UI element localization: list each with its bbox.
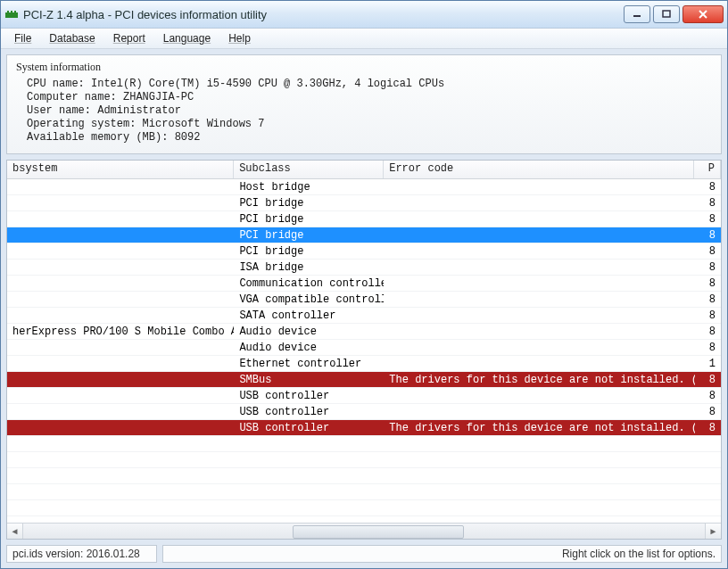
cell-error [384,251,695,252]
cell-p: 8 [695,212,721,227]
table-row[interactable]: SMBusThe drivers for this device are not… [7,372,721,388]
table-row[interactable]: Audio device8 [7,340,721,356]
table-row[interactable] [7,452,721,468]
cell-subclass: VGA compatible controller [234,293,384,307]
table-row[interactable]: PCI bridge8 [7,227,721,243]
table-row[interactable] [7,468,721,484]
cell-error [384,283,695,284]
table-row[interactable]: Host bridge8 [7,179,721,195]
cell-subclass: PCI bridge [234,228,384,243]
cell-subsystem [7,267,234,268]
table-row[interactable]: USB controller8 [7,404,721,420]
cell-subsystem [7,475,234,477]
table-body[interactable]: Host bridge8PCI bridge8PCI bridge8PCI br… [7,179,721,523]
cell-error [384,202,695,204]
cell-p: 8 [695,341,721,355]
cell-p: 8 [695,180,721,194]
cell-subclass [234,459,384,461]
cell-error [384,491,695,493]
scroll-left-icon[interactable]: ◄ [7,524,23,539]
cell-subsystem [7,379,234,381]
table-row[interactable]: USB controller8 [7,388,721,404]
col-error[interactable]: Error code [384,161,694,178]
cell-error [384,235,695,236]
cell-error [384,475,695,477]
sysinfo-mem: Available memory (MB): 8092 [16,131,712,144]
statusbar: pci.ids version: 2016.01.28 Right click … [6,545,722,563]
cell-subclass: PCI bridge [234,244,384,259]
cell-subsystem [7,235,234,236]
cell-subsystem [7,347,234,349]
close-button[interactable] [682,5,724,23]
table-row[interactable]: Communication controller8 [7,276,721,292]
cell-subclass: USB controller [234,405,384,419]
menu-report[interactable]: Report [105,30,153,46]
sysinfo-user: User name: Administrator [16,104,712,118]
table-row[interactable]: PCI bridge8 [7,195,721,211]
cell-subsystem [7,427,234,429]
cell-subsystem [7,395,234,397]
svg-rect-5 [663,11,670,17]
scroll-thumb[interactable] [293,525,464,539]
table-row[interactable]: Ethernet controller1 [7,356,721,372]
menu-database[interactable]: Database [41,30,103,46]
cell-p [695,507,721,509]
system-information-panel: System information CPU name: Intel(R) Co… [6,54,722,154]
cell-p [695,459,721,461]
svg-rect-3 [14,11,16,12]
cell-subclass: SMBus [234,373,384,387]
table-row[interactable]: USB controllerThe drivers for this devic… [7,420,721,436]
device-table[interactable]: bsystem Subclass Error code P Host bridg… [6,160,722,540]
cell-p: 8 [695,196,721,210]
cell-subclass: USB controller [234,389,384,403]
cell-subclass [234,491,384,493]
cell-error [384,459,695,461]
menu-language[interactable]: Language [155,30,219,46]
sysinfo-os: Operating system: Microsoft Windows 7 [16,118,712,131]
maximize-button[interactable] [653,5,680,23]
table-header[interactable]: bsystem Subclass Error code P [7,161,721,179]
cell-subclass: ISA bridge [234,260,384,275]
cell-error: The drivers for this device are not inst… [384,373,695,387]
table-row[interactable]: PCI bridge8 [7,211,721,227]
status-pciids: pci.ids version: 2016.01.28 [6,545,157,563]
client-area: System information CPU name: Intel(R) Co… [6,54,722,540]
col-subsystem[interactable]: bsystem [7,161,234,178]
table-row[interactable] [7,516,721,523]
table-row[interactable]: herExpress PRO/100 S Mobile Combo Adapte… [7,324,721,340]
table-row[interactable] [7,436,721,452]
cell-subclass: PCI bridge [234,196,384,210]
horizontal-scrollbar[interactable]: ◄ ► [7,523,721,539]
cell-error [384,267,695,268]
cell-p: 8 [695,260,721,275]
cell-error [384,363,695,365]
col-subclass[interactable]: Subclass [234,161,384,178]
cell-p: 8 [695,293,721,307]
cell-subclass: PCI bridge [234,212,384,227]
sysinfo-cpu: CPU name: Intel(R) Core(TM) i5-4590 CPU … [16,78,712,91]
table-row[interactable] [7,484,721,500]
cell-p [695,443,721,445]
cell-subsystem [7,411,234,413]
cell-subsystem [7,507,234,509]
titlebar[interactable]: PCI-Z 1.4 alpha - PCI devices informatio… [1,1,727,29]
sysinfo-computer: Computer name: ZHANGJIA-PC [16,91,712,104]
menubar: File Database Report Language Help [1,29,727,49]
cell-subsystem [7,219,234,220]
minimize-button[interactable] [624,5,650,23]
status-hint: Right click on the list for options. [162,545,722,563]
table-row[interactable]: ISA bridge8 [7,260,721,276]
table-row[interactable] [7,500,721,516]
col-p[interactable]: P [694,161,721,178]
table-row[interactable]: PCI bridge8 [7,243,721,260]
menu-file[interactable]: File [6,30,39,46]
scroll-right-icon[interactable]: ► [705,524,721,539]
cell-subclass [234,443,384,445]
cell-subsystem: herExpress PRO/100 S Mobile Combo Adapte… [7,325,234,339]
cell-error [384,411,695,413]
menu-help[interactable]: Help [220,30,259,46]
table-row[interactable]: SATA controller8 [7,308,721,324]
table-row[interactable]: VGA compatible controller8 [7,292,721,308]
svg-rect-2 [11,11,12,12]
cell-subclass: Ethernet controller [234,357,384,371]
